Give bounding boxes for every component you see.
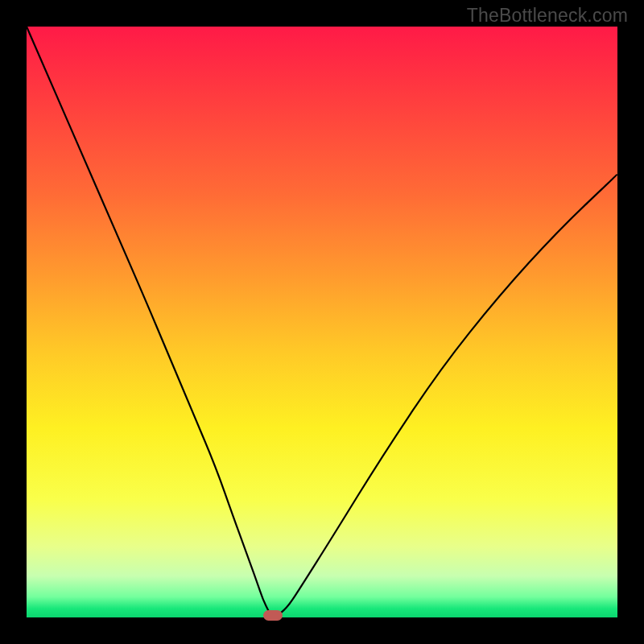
optimum-marker	[263, 610, 283, 621]
plot-area	[27, 27, 617, 617]
chart-frame: TheBottleneck.com	[0, 0, 644, 644]
bottleneck-curve	[27, 27, 617, 617]
watermark-text: TheBottleneck.com	[467, 5, 628, 27]
